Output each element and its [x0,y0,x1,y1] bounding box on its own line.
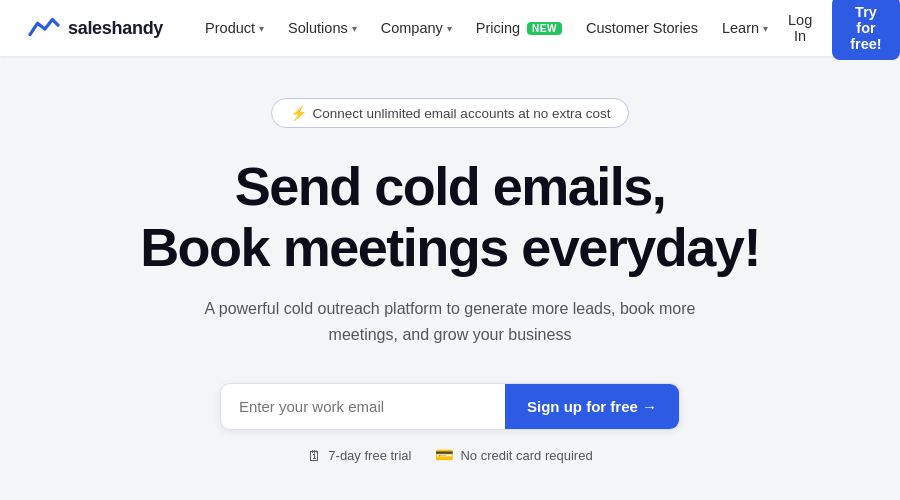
login-button[interactable]: Log In [778,6,822,50]
chevron-down-icon: ▾ [352,23,357,34]
brand-name: saleshandy [68,18,163,39]
email-input[interactable] [221,384,505,429]
calendar-icon: 🗓 [307,447,322,464]
no-credit-card-meta: 💳 No credit card required [435,446,592,464]
new-badge: NEW [527,22,562,35]
nav-learn[interactable]: Learn ▾ [712,14,778,42]
hero-section: ⚡ Connect unlimited email accounts at no… [0,56,900,464]
nav-right: Log In Try for free! Demo [778,0,900,60]
hero-meta: 🗓 7-day free trial 💳 No credit card requ… [307,446,592,464]
try-free-button[interactable]: Try for free! [832,0,899,60]
chevron-down-icon: ▾ [447,23,452,34]
navbar: saleshandy Product ▾ Solutions ▾ Company… [0,0,900,56]
credit-card-icon: 💳 [435,446,454,464]
chevron-down-icon: ▾ [763,23,768,34]
hero-subtitle: A powerful cold outreach platform to gen… [200,296,700,347]
nav-solutions[interactable]: Solutions ▾ [278,14,367,42]
chevron-down-icon: ▾ [259,23,264,34]
nav-company[interactable]: Company ▾ [371,14,462,42]
signup-button[interactable]: Sign up for free → [505,384,679,429]
hero-banner[interactable]: ⚡ Connect unlimited email accounts at no… [271,98,630,128]
no-credit-card-text: No credit card required [460,448,592,463]
logo[interactable]: saleshandy [28,14,163,42]
hero-title: Send cold emails, Book meetings everyday… [140,156,760,278]
free-trial-text: 7-day free trial [328,448,411,463]
free-trial-meta: 🗓 7-day free trial [307,447,411,464]
nav-pricing[interactable]: Pricing NEW [466,14,572,42]
flash-icon: ⚡ [290,105,307,121]
nav-product[interactable]: Product ▾ [195,14,274,42]
nav-customer-stories[interactable]: Customer Stories [576,14,708,42]
nav-links: Product ▾ Solutions ▾ Company ▾ Pricing … [195,14,778,42]
email-form: Sign up for free → [220,383,680,430]
hero-banner-text: Connect unlimited email accounts at no e… [313,106,611,121]
